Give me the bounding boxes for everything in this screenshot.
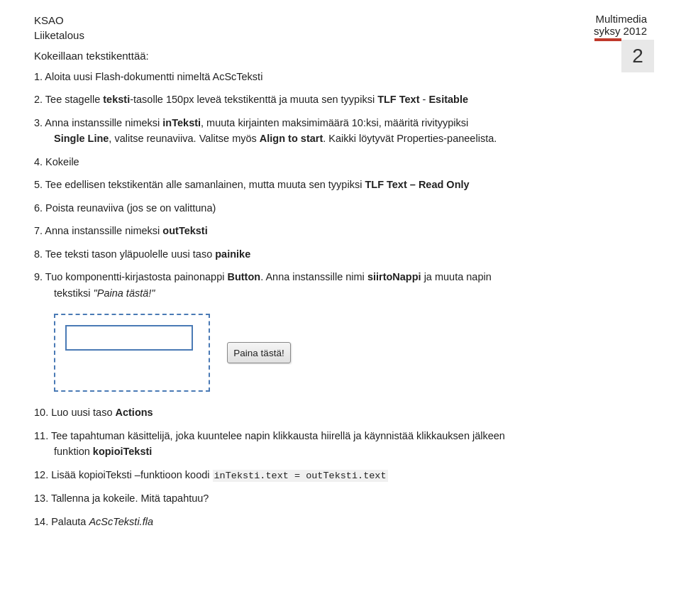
semester-label: syksy 2012 xyxy=(594,25,647,37)
course-name: Liiketalous xyxy=(34,28,84,43)
item-number: 5. xyxy=(34,179,43,190)
button-label: Paina tästä! xyxy=(233,348,284,358)
header-right: Multimedia syksy 2012 2 xyxy=(594,13,647,41)
header-left: KSAO Liiketalous xyxy=(34,13,84,43)
item-number: 14. xyxy=(34,516,48,527)
item-number: 2. xyxy=(34,94,43,105)
item-number: 6. xyxy=(34,202,43,214)
demo-area: Paina tästä! xyxy=(54,314,647,392)
item-number: 10. xyxy=(34,407,48,418)
item-number: 8. xyxy=(34,248,43,260)
list-item: 11. Tee tapahtuman käsittelijä, joka kuu… xyxy=(34,428,647,460)
item-number: 9. xyxy=(34,271,43,282)
list-item: 5. Tee edellisen tekstikentän alle saman… xyxy=(34,177,647,192)
list-item: 4. Kokeile xyxy=(34,154,647,170)
list-item: 3. Anna instanssille nimeksi inTeksti, m… xyxy=(34,115,647,147)
main-content: 1. Aloita uusi Flash-dokumentti nimeltä … xyxy=(0,67,681,551)
item-number: 4. xyxy=(34,156,43,167)
item-number: 13. xyxy=(34,493,48,504)
subject-name: Multimedia xyxy=(595,13,647,25)
item-continuation: Single Line, valitse reunaviiva. Valitse… xyxy=(54,131,647,146)
code-snippet: inTeksti.text = outTeksti.text xyxy=(213,470,388,482)
list-item: 14. Palauta AcScTeksti.fla xyxy=(34,514,647,529)
org-name: KSAO xyxy=(34,13,84,28)
list-item: 1. Aloita uusi Flash-dokumentti nimeltä … xyxy=(34,69,647,84)
item-continuation: funktion kopioiTeksti xyxy=(54,444,647,459)
list-item: 12. Lisää kopioiTeksti –funktioon koodi … xyxy=(34,467,647,484)
item-number: 1. xyxy=(34,71,43,82)
section-subheader: Kokeillaan tekstikenttää: xyxy=(0,43,681,62)
item-continuation: tekstiksi "Paina tästä!" xyxy=(54,285,647,301)
list-item: 13. Tallenna ja kokeile. Mitä tapahtuu? xyxy=(34,490,647,506)
text-field-demo-container xyxy=(54,314,210,392)
list-item: 2. Tee stagelle teksti-tasolle 150px lev… xyxy=(34,92,647,107)
page-number: 2 xyxy=(632,45,643,67)
text-field-inner xyxy=(65,325,193,351)
list-item: 6. Poista reunaviiva (jos se on valittun… xyxy=(34,200,647,216)
list-item: 9. Tuo komponentti-kirjastosta painonapp… xyxy=(34,269,647,301)
accent-bar xyxy=(594,38,621,41)
page-header: KSAO Liiketalous Multimedia syksy 2012 2 xyxy=(0,0,681,43)
list-item: 10. Luo uusi taso Actions xyxy=(34,405,647,420)
list-item: 7. Anna instanssille nimeksi outTeksti xyxy=(34,223,647,238)
item-number: 12. xyxy=(34,469,48,480)
item-number: 7. xyxy=(34,225,43,236)
paina-tasta-button[interactable]: Paina tästä! xyxy=(227,342,291,363)
item-number: 11. xyxy=(34,430,48,441)
list-item: 8. Tee teksti tason yläpuolelle uusi tas… xyxy=(34,246,647,262)
item-number: 3. xyxy=(34,117,43,128)
page-number-badge: 2 xyxy=(621,40,654,72)
